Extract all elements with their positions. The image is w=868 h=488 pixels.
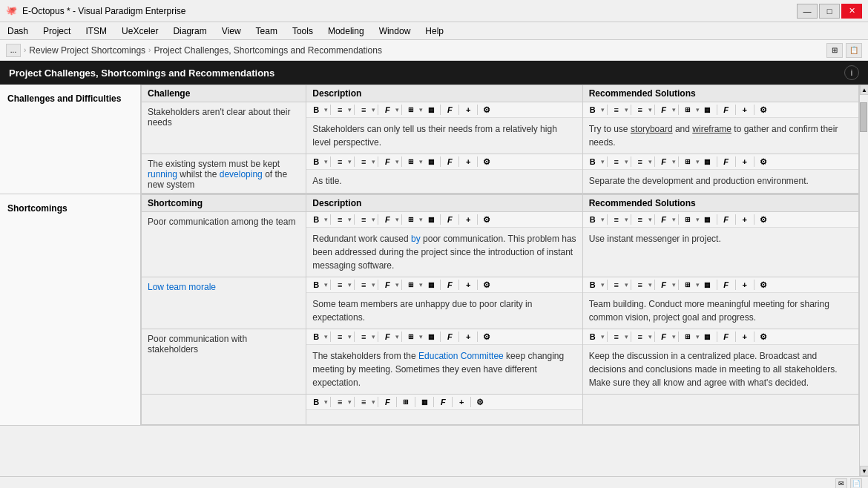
scroll-area[interactable]: Challenges and Difficulties Challenge De… [0, 85, 859, 476]
s-bold-btn-3[interactable]: B [309, 331, 323, 343]
table-btn-2[interactable]: ⊞ [404, 156, 418, 168]
s-italic-btn-4[interactable]: F [436, 396, 450, 408]
insert-btn[interactable]: + [461, 104, 475, 116]
sol-italic-btn-1[interactable]: F [720, 104, 733, 116]
ss-italic-btn-3[interactable]: F [720, 331, 733, 343]
s-insert-btn-3[interactable]: + [461, 331, 475, 343]
sol-para-btn-2[interactable]: ≡ [634, 156, 647, 168]
minimize-button[interactable]: — [797, 4, 818, 19]
img-btn-2[interactable]: ▦ [424, 156, 438, 168]
s-table-btn-3[interactable]: ⊞ [404, 331, 418, 343]
scrollbar-track[interactable] [860, 95, 868, 466]
ss-bold-btn-3[interactable]: B [586, 331, 599, 343]
ss-img-btn-2[interactable]: ▦ [701, 279, 714, 291]
s-italic-btn-2[interactable]: F [443, 279, 456, 291]
breadcrumb-back-button[interactable]: ... [6, 44, 21, 57]
ss-list-btn-1[interactable]: ≡ [610, 214, 623, 225]
ss-font-btn-3[interactable]: F [657, 331, 671, 343]
s-bold-btn-1[interactable]: B [309, 214, 323, 225]
s-table-btn-2[interactable]: ⊞ [404, 279, 418, 291]
shortcoming-sol-1[interactable]: B ▾ ≡ ▾ ≡ ▾ F ▾ [582, 212, 858, 277]
ss-italic-btn-1[interactable]: F [720, 214, 733, 225]
sol-img-btn-1[interactable]: ▦ [701, 104, 714, 116]
s-insert-btn-2[interactable]: + [461, 279, 475, 291]
email-status-icon[interactable]: ✉ [835, 478, 847, 489]
close-button[interactable]: ✕ [841, 4, 862, 19]
table-btn[interactable]: ⊞ [404, 104, 418, 116]
menu-item-diagram[interactable]: Diagram [165, 22, 214, 39]
more-btn-2[interactable]: ⚙ [480, 156, 493, 168]
s-italic-btn-1[interactable]: F [443, 214, 456, 225]
ss-insert-btn-3[interactable]: + [738, 331, 752, 343]
insert-btn-2[interactable]: + [461, 156, 475, 168]
ss-more-btn-1[interactable]: ⚙ [757, 214, 770, 225]
s-font-btn-2[interactable]: F [381, 279, 394, 291]
s-list-btn-2[interactable]: ≡ [333, 279, 346, 291]
s-bold-btn-2[interactable]: B [309, 279, 323, 291]
ss-insert-btn-2[interactable]: + [738, 279, 752, 291]
challenge-desc-1[interactable]: B ▾ ≡ ▾ ≡ ▾ F ▾ [306, 102, 582, 154]
s-para-btn-2[interactable]: ≡ [357, 279, 370, 291]
sol-list-btn-1[interactable]: ≡ [610, 104, 623, 116]
menu-item-uexceler[interactable]: UeXceler [114, 22, 165, 39]
sol-bold-btn-1[interactable]: B [586, 104, 599, 116]
ss-italic-btn-2[interactable]: F [720, 279, 733, 291]
ss-table-btn-2[interactable]: ⊞ [681, 279, 694, 291]
sol-font-btn-2[interactable]: F [657, 156, 671, 168]
breadcrumb-action-2[interactable]: 📋 [846, 43, 862, 58]
s-more-btn-4[interactable]: ⚙ [473, 396, 487, 408]
more-btn[interactable]: ⚙ [480, 104, 493, 116]
shortcoming-sol-2[interactable]: B ▾ ≡ ▾ ≡ ▾ F ▾ [582, 277, 858, 329]
s-insert-btn-4[interactable]: + [455, 396, 468, 408]
ss-para-btn-1[interactable]: ≡ [634, 214, 647, 225]
ss-more-btn-2[interactable]: ⚙ [757, 279, 770, 291]
ss-insert-btn-1[interactable]: + [738, 214, 752, 225]
font-btn[interactable]: F [381, 104, 394, 116]
ss-img-btn-1[interactable]: ▦ [701, 214, 714, 225]
s-para-btn-3[interactable]: ≡ [357, 331, 370, 343]
menu-item-dash[interactable]: Dash [0, 22, 36, 39]
ss-list-btn-2[interactable]: ≡ [610, 279, 623, 291]
s-para-btn-1[interactable]: ≡ [357, 214, 370, 225]
bold-btn-2[interactable]: B [309, 156, 323, 168]
ss-table-btn-1[interactable]: ⊞ [681, 214, 694, 225]
list-btn[interactable]: ≡ [333, 104, 346, 116]
s-more-btn-3[interactable]: ⚙ [480, 331, 493, 343]
right-scrollbar[interactable]: ▲ ▼ [859, 85, 868, 476]
s-list-btn-4[interactable]: ≡ [333, 396, 346, 408]
italic-btn[interactable]: F [443, 104, 456, 116]
scroll-up-button[interactable]: ▲ [860, 85, 868, 95]
sol-more-btn-1[interactable]: ⚙ [757, 104, 770, 116]
ss-more-btn-3[interactable]: ⚙ [757, 331, 770, 343]
sol-more-btn-2[interactable]: ⚙ [757, 156, 770, 168]
italic-btn-2[interactable]: F [443, 156, 456, 168]
shortcoming-sol-3[interactable]: B ▾ ≡ ▾ ≡ ▾ F ▾ [582, 329, 858, 395]
img-btn[interactable]: ▦ [424, 104, 438, 116]
menu-item-window[interactable]: Window [372, 22, 418, 39]
s-font-btn-1[interactable]: F [381, 214, 394, 225]
s-para-btn-4[interactable]: ≡ [357, 396, 370, 408]
s-font-btn-3[interactable]: F [381, 331, 394, 343]
shortcoming-desc-1[interactable]: B ▾ ≡ ▾ ≡ ▾ F ▾ [306, 212, 582, 277]
maximize-button[interactable]: □ [819, 4, 840, 19]
s-font-btn-4[interactable]: F [381, 396, 394, 408]
s-img-btn-4[interactable]: ▦ [418, 396, 431, 408]
s-more-btn-2[interactable]: ⚙ [480, 279, 493, 291]
ss-bold-btn-1[interactable]: B [586, 214, 599, 225]
shortcoming-desc-3[interactable]: B ▾ ≡ ▾ ≡ ▾ F ▾ [306, 329, 582, 395]
breadcrumb-action-1[interactable]: ⊞ [826, 43, 843, 58]
s-insert-btn-1[interactable]: + [461, 214, 475, 225]
bold-btn[interactable]: B [309, 104, 323, 116]
ss-para-btn-2[interactable]: ≡ [634, 279, 647, 291]
scroll-down-button[interactable]: ▼ [860, 466, 868, 476]
ss-para-btn-3[interactable]: ≡ [634, 331, 647, 343]
s-table-btn-1[interactable]: ⊞ [404, 214, 418, 225]
s-img-btn-3[interactable]: ▦ [424, 331, 438, 343]
menu-item-tools[interactable]: Tools [285, 22, 320, 39]
doc-status-icon[interactable]: 📄 [850, 478, 862, 489]
ss-img-btn-3[interactable]: ▦ [701, 331, 714, 343]
menu-item-view[interactable]: View [214, 22, 249, 39]
ss-font-btn-2[interactable]: F [657, 279, 671, 291]
menu-item-project[interactable]: Project [36, 22, 78, 39]
font-btn-2[interactable]: F [381, 156, 394, 168]
